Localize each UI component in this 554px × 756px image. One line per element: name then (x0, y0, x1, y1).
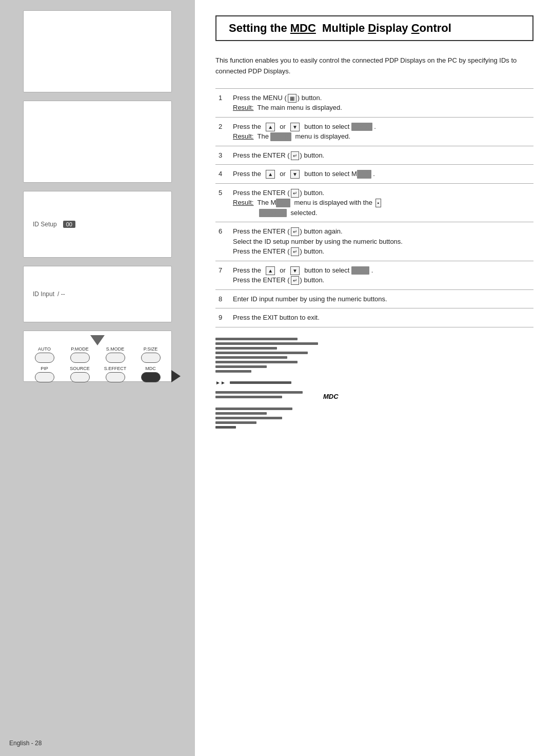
intro-text: This function enables you to easily cont… (215, 55, 533, 77)
enter-icon-6b: ↵ (291, 247, 299, 256)
screen-image-1 (23, 10, 172, 92)
id-input-label: ID Input (33, 290, 54, 298)
note-lines-block-1 (215, 338, 533, 373)
first-item-icon: ▪ (375, 199, 382, 207)
enter-icon-6a: ↵ (291, 227, 299, 236)
step-1: 1 Press the MENU (▦) button. Result: The… (215, 88, 533, 117)
enter-icon-7: ↵ (291, 276, 299, 285)
notes-section: ►► MDC (215, 338, 533, 429)
enter-icon-3: ↵ (291, 151, 299, 160)
selected-pixel: ID Setup (259, 209, 287, 218)
mdc-note-block: MDC (215, 391, 533, 402)
page-title-box: Setting the MDC Multiple Display Control (215, 15, 533, 41)
note-lines-block-2 (215, 408, 533, 429)
up-arrow-icon-7: ▲ (266, 266, 275, 275)
down-arrow-icon-4: ▼ (290, 170, 300, 179)
screen-image-2 (23, 101, 172, 183)
step-3: 3 Press the ENTER (↵) button. (215, 146, 533, 165)
arrow-down-icon (90, 335, 105, 345)
menu-item-pixel-1: Setup (351, 123, 372, 131)
remote-btn-psize: P.SIZE (135, 346, 166, 363)
remote-btn-mdc: MDC (135, 366, 166, 382)
page-footer-number: English - 28 (9, 740, 42, 747)
remote-control-panel: AUTO P.MODE S.MODE P.SIZE PIP (23, 331, 172, 382)
step-2: 2 Press the ▲ or ▼ button to select Setu… (215, 117, 533, 146)
menu-item-pixel-2: Setup (270, 132, 291, 141)
step-4: 4 Press the ▲ or ▼ button to select MDC … (215, 165, 533, 184)
remote-btn-pip: PIP (29, 366, 60, 382)
steps-table: 1 Press the MENU (▦) button. Result: The… (215, 88, 533, 327)
mdc-highlight-arrow (171, 370, 181, 382)
remote-btn-seffect: S.EFFECT (100, 366, 131, 382)
up-arrow-icon: ▲ (266, 123, 275, 131)
sidebar: ID Setup 00 ID Input / -- AUTO P.MODE (0, 0, 195, 756)
step-9: 9 Press the EXIT button to exit. (215, 308, 533, 327)
arrow-note-line: ►► (215, 378, 533, 387)
main-content: Setting the MDC Multiple Display Control… (195, 0, 554, 756)
menu-item-pixel-5: DC (276, 199, 290, 207)
screen-id-setup: ID Setup 00 (23, 191, 172, 258)
step-5: 5 Press the ENTER (↵) button. Result: Th… (215, 183, 533, 222)
menu-item-pixel-7: ID In (351, 266, 369, 275)
up-arrow-icon-4: ▲ (266, 170, 275, 179)
page-title: Setting the MDC Multiple Display Control (229, 22, 520, 35)
remote-btn-pmode: P.MODE (64, 346, 95, 363)
id-input-sep: / -- (57, 290, 65, 298)
menu-item-pixel-4: DC (357, 170, 371, 179)
remote-btn-smode: S.MODE (100, 346, 131, 363)
mdc-label: MDC (323, 391, 339, 402)
id-setup-label: ID Setup (33, 221, 57, 228)
remote-btn-auto: AUTO (29, 346, 60, 363)
down-arrow-icon-7: ▼ (290, 266, 300, 275)
step-8: 8 Enter ID input number by using the num… (215, 289, 533, 308)
menu-icon: ▦ (288, 94, 296, 103)
screen-id-input: ID Input / -- (23, 266, 172, 322)
step-7: 7 Press the ▲ or ▼ button to select ID I… (215, 261, 533, 289)
remote-btn-source: SOURCE (64, 366, 95, 382)
enter-icon-5: ↵ (291, 189, 299, 198)
step-6: 6 Press the ENTER (↵) button again. Sele… (215, 222, 533, 261)
page: ID Setup 00 ID Input / -- AUTO P.MODE (0, 0, 554, 756)
down-arrow-icon: ▼ (290, 123, 300, 131)
id-setup-value: 00 (63, 221, 75, 228)
